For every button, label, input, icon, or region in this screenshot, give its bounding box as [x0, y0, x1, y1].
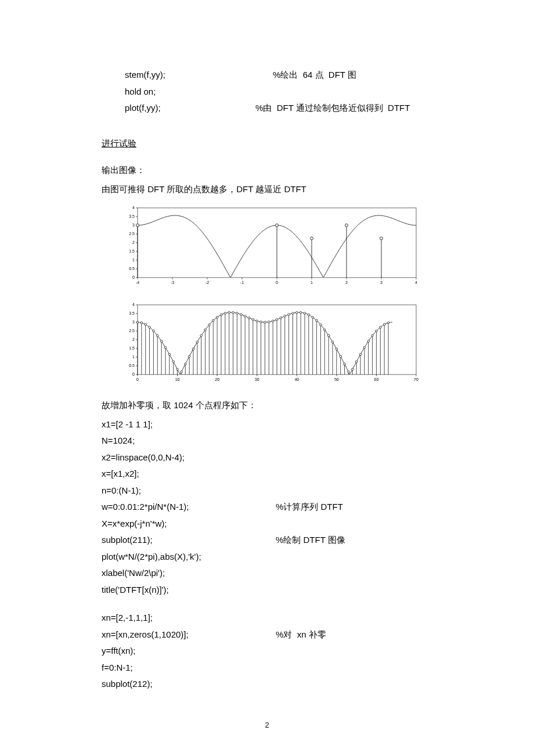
code-line: title('DTFT[x(n)]'); — [102, 582, 432, 599]
svg-point-38 — [136, 224, 139, 227]
svg-text:4: 4 — [132, 206, 135, 210]
svg-point-135 — [240, 314, 242, 316]
body-text: 输出图像： — [102, 162, 432, 179]
svg-point-143 — [256, 320, 258, 322]
svg-text:3.5: 3.5 — [129, 311, 135, 315]
code-line: stem(f,yy); %绘出 64 点 DFT 图 — [125, 67, 432, 84]
code-line: x2=linspace(0,0,N-4); — [102, 449, 432, 466]
svg-point-131 — [232, 311, 234, 314]
svg-point-117 — [204, 329, 207, 331]
svg-point-175 — [320, 324, 322, 326]
svg-text:1: 1 — [311, 280, 313, 285]
svg-point-111 — [192, 348, 194, 350]
code-text: subplot(211); — [102, 532, 276, 549]
svg-point-133 — [236, 312, 239, 315]
svg-point-97 — [164, 347, 167, 349]
svg-point-83 — [136, 321, 139, 323]
code-line: xn=[2,-1,1,1]; — [102, 610, 432, 627]
svg-point-167 — [304, 312, 306, 315]
code-text: xn=[xn,zeros(1,1020)]; — [102, 627, 276, 643]
body-text: 由图可推得 DFT 所取的点数越多，DFT 越逼近 DTFT — [102, 181, 432, 198]
svg-point-115 — [200, 334, 203, 337]
chart-bottom: 01020304050607000.511.522.533.54 — [119, 301, 421, 386]
svg-text:0: 0 — [132, 372, 135, 376]
svg-point-173 — [316, 319, 318, 322]
code-line: X=x*exp(-j*n'*w); — [102, 516, 432, 532]
svg-point-157 — [284, 315, 286, 318]
svg-point-203 — [376, 330, 378, 332]
code-comment: %绘制 DTFT 图像 — [276, 532, 345, 549]
svg-text:2: 2 — [132, 240, 135, 244]
code-line: x1=[2 -1 1 1]; — [102, 416, 432, 433]
svg-point-44 — [345, 224, 348, 227]
svg-point-137 — [244, 315, 246, 318]
svg-point-85 — [140, 322, 143, 324]
svg-text:1: 1 — [132, 355, 135, 359]
svg-point-185 — [340, 355, 342, 358]
code-line: y=fft(xn); — [102, 643, 432, 660]
svg-point-109 — [188, 355, 190, 358]
svg-point-179 — [327, 334, 330, 337]
svg-text:-3: -3 — [171, 280, 174, 285]
svg-text:0: 0 — [136, 377, 139, 381]
svg-text:1.5: 1.5 — [129, 346, 135, 350]
svg-text:2.5: 2.5 — [129, 232, 135, 236]
svg-text:30: 30 — [255, 377, 259, 381]
svg-point-46 — [380, 237, 383, 240]
code-text: plot(f,yy); — [125, 100, 255, 117]
svg-point-155 — [280, 317, 282, 319]
code-text: X=x*exp(-j*n'*w); — [102, 516, 167, 532]
code-text: x1=[2 -1 1 1]; — [102, 416, 153, 433]
svg-point-191 — [351, 368, 353, 370]
code-line: w=0:0.01:2*pi/N*(N-1); %计算序列 DTFT — [102, 499, 432, 516]
code-text: y=fft(xn); — [102, 643, 136, 660]
svg-point-169 — [308, 314, 310, 316]
charts-container: -4-3-2-10123400.511.522.533.54 010203040… — [119, 204, 432, 386]
svg-text:2: 2 — [345, 280, 348, 285]
svg-point-197 — [363, 347, 366, 349]
svg-point-161 — [292, 312, 294, 315]
svg-point-193 — [355, 361, 358, 363]
svg-point-163 — [295, 311, 298, 314]
code-text: stem(f,yy); — [125, 67, 273, 84]
svg-point-119 — [208, 324, 211, 326]
svg-point-42 — [311, 237, 313, 240]
code-line: plot(f,yy); %由 DFT 通过绘制包络近似得到 DTFT — [125, 100, 432, 117]
svg-point-95 — [160, 340, 163, 343]
code-text: w=0:0.01:2*pi/N*(N-1); — [102, 499, 276, 516]
code-line: xn=[xn,zeros(1,1020)]; %对 xn 补零 — [102, 627, 432, 643]
svg-point-171 — [312, 316, 314, 319]
svg-text:10: 10 — [175, 377, 180, 381]
svg-point-189 — [348, 371, 350, 373]
svg-text:-2: -2 — [205, 280, 209, 285]
svg-point-187 — [344, 363, 346, 365]
svg-point-141 — [252, 319, 254, 321]
svg-text:1.5: 1.5 — [129, 249, 135, 253]
svg-point-181 — [331, 341, 334, 343]
svg-text:3: 3 — [132, 320, 135, 324]
code-line: xlabel('Nw/2\pi'); — [102, 565, 432, 582]
code-line: N=1024; — [102, 433, 432, 449]
code-line: n=0:(N-1); — [102, 483, 432, 499]
svg-point-121 — [212, 319, 214, 322]
svg-point-91 — [153, 330, 155, 332]
code-comment: %绘出 64 点 DFT 图 — [273, 67, 356, 84]
svg-text:0.5: 0.5 — [129, 267, 135, 271]
code-comment: %对 xn 补零 — [276, 627, 326, 643]
code-text: n=0:(N-1); — [102, 483, 141, 499]
svg-point-165 — [300, 311, 302, 314]
svg-text:60: 60 — [374, 377, 379, 381]
section-heading: 进行试验 — [102, 135, 432, 152]
code-text: f=0:N-1; — [102, 660, 133, 676]
svg-point-159 — [288, 314, 290, 316]
svg-text:-1: -1 — [240, 280, 244, 285]
code-text: x2=linspace(0,0,N-4); — [102, 449, 185, 466]
svg-point-177 — [323, 329, 326, 331]
code-comment: %计算序列 DTFT — [276, 499, 343, 516]
svg-point-207 — [383, 323, 385, 326]
code-line: f=0:N-1; — [102, 660, 432, 676]
svg-text:2: 2 — [132, 337, 135, 341]
svg-point-129 — [228, 311, 230, 314]
code-line: hold on; — [125, 84, 432, 100]
svg-point-149 — [268, 321, 270, 323]
